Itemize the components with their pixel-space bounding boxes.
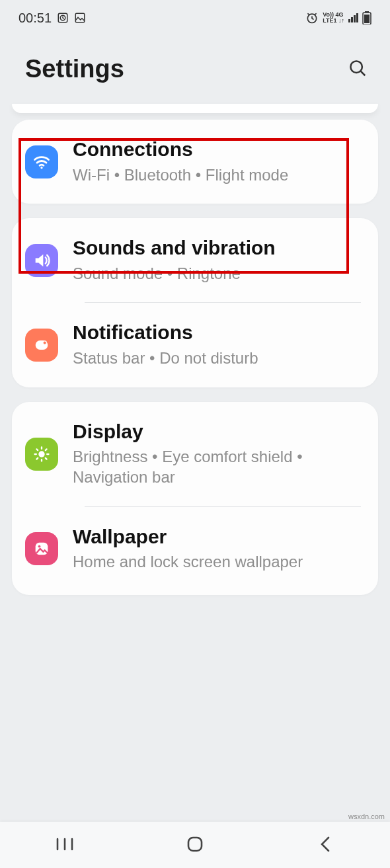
settings-item-connections[interactable]: Connections Wi‑Fi • Bluetooth • Flight m…	[12, 120, 378, 204]
svg-rect-14	[188, 838, 202, 851]
svg-point-13	[38, 545, 41, 548]
settings-group-sounds: Sounds and vibration Sound mode • Ringto…	[12, 218, 378, 387]
svg-point-10	[43, 341, 46, 344]
svg-rect-6	[364, 15, 370, 23]
battery-icon	[362, 11, 371, 24]
search-button[interactable]	[344, 54, 371, 84]
nav-home-button[interactable]	[155, 825, 235, 865]
brightness-icon	[25, 438, 58, 471]
search-icon	[348, 70, 368, 80]
item-title: Wallpaper	[73, 526, 362, 549]
image-icon	[74, 12, 86, 24]
status-time: 00:51	[19, 11, 52, 26]
status-bar: 00:51 Vo)) 4G LTE1 ↓↑	[0, 0, 390, 32]
svg-point-8	[40, 167, 42, 169]
wallpaper-icon	[25, 532, 58, 565]
page-title: Settings	[25, 55, 124, 83]
alarm-icon	[305, 11, 319, 24]
item-title: Notifications	[73, 321, 362, 344]
notifications-icon	[25, 329, 58, 362]
nav-recents-button[interactable]	[25, 825, 104, 865]
settings-item-notifications[interactable]: Notifications Status bar • Do not distur…	[12, 303, 378, 387]
watermark: wsxdn.com	[348, 812, 385, 820]
settings-group-connections: Connections Wi‑Fi • Bluetooth • Flight m…	[12, 120, 378, 204]
settings-group-display: Display Brightness • Eye comfort shield …	[12, 402, 378, 595]
clock-icon	[57, 12, 69, 24]
wifi-icon	[25, 145, 58, 178]
item-subtitle: Home and lock screen wallpaper	[73, 552, 362, 572]
svg-rect-2	[75, 13, 85, 22]
recents-icon	[56, 837, 74, 853]
svg-point-11	[38, 451, 44, 457]
home-icon	[186, 836, 204, 855]
signal-icon	[348, 13, 358, 22]
settings-item-wallpaper[interactable]: Wallpaper Home and lock screen wallpaper	[12, 507, 378, 595]
item-subtitle: Status bar • Do not disturb	[73, 348, 362, 369]
item-subtitle: Brightness • Eye comfort shield • Naviga…	[73, 447, 362, 487]
settings-item-display[interactable]: Display Brightness • Eye comfort shield …	[12, 402, 378, 506]
volume-icon	[25, 244, 58, 277]
item-subtitle: Wi‑Fi • Bluetooth • Flight mode	[73, 165, 362, 186]
nav-back-button[interactable]	[286, 825, 365, 865]
item-title: Connections	[73, 138, 362, 161]
item-subtitle: Sound mode • Ringtone	[73, 264, 362, 284]
item-title: Sounds and vibration	[73, 237, 362, 260]
page-header: Settings	[0, 32, 390, 104]
scroll-edge-shadow	[12, 104, 378, 113]
item-title: Display	[73, 420, 362, 444]
svg-point-7	[350, 61, 362, 73]
settings-item-sounds[interactable]: Sounds and vibration Sound mode • Ringto…	[12, 218, 378, 302]
navigation-bar	[0, 822, 390, 868]
network-indicator: Vo)) 4G LTE1 ↓↑	[323, 12, 344, 24]
back-icon	[319, 836, 332, 855]
